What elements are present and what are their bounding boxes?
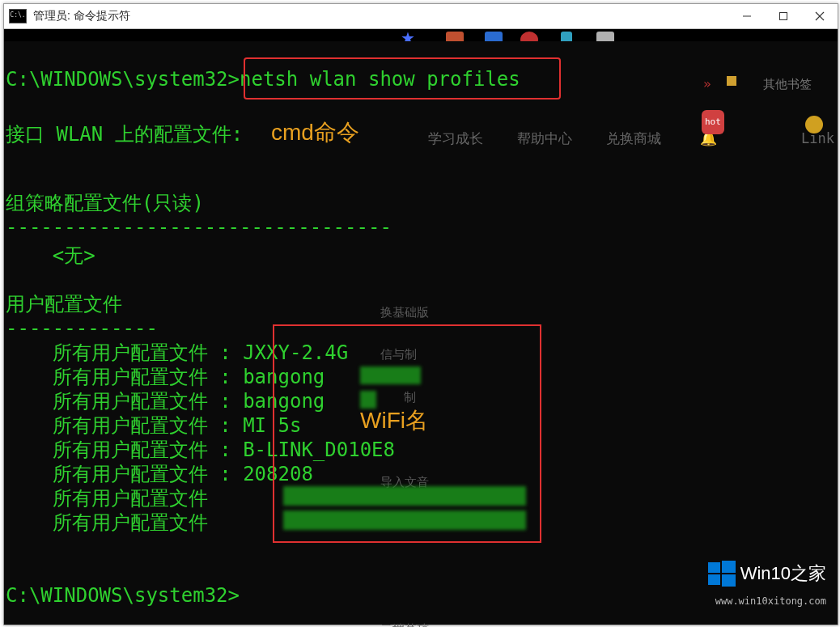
ghost-hot-badge: hot [702, 110, 724, 134]
ghost-nav-item: 学习成长 [428, 126, 483, 150]
ghost-panel-item: 信与制 [380, 342, 417, 366]
ghost-avatar-icon [805, 116, 823, 133]
ghost-nav-item: 帮助中心 [517, 126, 572, 150]
profile-row: 所有用户配置文件 : JXXY-2.4G [6, 341, 348, 365]
section-user-header: 用户配置文件 [6, 292, 122, 316]
cmd-icon: C:\. [9, 9, 27, 23]
command-prompt-window: C:\. 管理员: 命令提示符 ★ 学习成长 帮助中心 兑换商城 🔔 Link [3, 3, 838, 625]
svg-rect-7 [722, 574, 736, 587]
gpo-divider: --------------------------------- [6, 215, 392, 239]
watermark-title: Win10之家 [740, 561, 826, 586]
svg-rect-1 [779, 13, 787, 20]
censor-block [360, 391, 376, 409]
console-body[interactable]: 学习成长 帮助中心 兑换商城 🔔 Link hot » 其他书签 C:\WIND… [4, 41, 838, 625]
annotation-wifi-label: WiFi名 [360, 409, 428, 433]
windows-logo-icon [708, 560, 736, 587]
prompt-command: netsh wlan show profiles [240, 68, 520, 91]
window-controls [728, 4, 838, 28]
minimize-button[interactable] [728, 4, 765, 28]
close-button[interactable] [801, 4, 838, 28]
ghost-folder-icon [727, 76, 736, 86]
svg-rect-4 [708, 562, 720, 573]
profile-row: 所有用户配置文件 : B-LINK_D010E8 [6, 438, 395, 462]
censor-block [283, 510, 526, 530]
profile-row: 所有用户配置文件 [6, 510, 208, 535]
ghost-arrow: » [703, 72, 711, 96]
svg-rect-5 [722, 561, 736, 573]
watermark-url: www.win10xitong.com [708, 589, 826, 613]
user-divider: ------------- [6, 316, 158, 341]
censor-block [360, 366, 421, 384]
ghost-nav-item: 兑换商城 [606, 126, 661, 150]
titlebar-text: 管理员: 命令提示符 [33, 9, 130, 23]
titlebar[interactable]: C:\. 管理员: 命令提示符 [4, 4, 838, 29]
profile-row: 所有用户配置文件 : 208208 [6, 462, 313, 486]
profile-row: 所有用户配置文件 [6, 486, 208, 510]
section-gpo-header: 组策略配置文件(只读) [6, 191, 204, 215]
prompt-path-2: C:\WINDOWS\system32> [6, 583, 240, 608]
ghost-panel-item: 换基础版 [380, 300, 429, 324]
maximize-button[interactable] [765, 4, 801, 28]
censor-block [283, 486, 526, 506]
svg-rect-6 [708, 574, 720, 585]
profile-row: 所有用户配置文件 : bangong [6, 389, 325, 413]
annotation-cmd-label: cmd命令 [271, 121, 359, 145]
section-interface: 接口 WLAN 上的配置文件: [6, 122, 243, 146]
ghost-panel-item: 云端草稿 [380, 617, 429, 627]
watermark: Win10之家 www.win10xitong.com [708, 560, 826, 613]
profile-row: 所有用户配置文件 : MI 5s [6, 413, 301, 438]
gpo-none: <无> [6, 244, 95, 268]
prompt-path: C:\WINDOWS\system32> [6, 68, 240, 91]
profile-row: 所有用户配置文件 : bangong [6, 365, 325, 389]
ghost-other-bookmarks: 其他书签 [763, 72, 812, 96]
ghost-panel-item: 制 [404, 385, 416, 409]
